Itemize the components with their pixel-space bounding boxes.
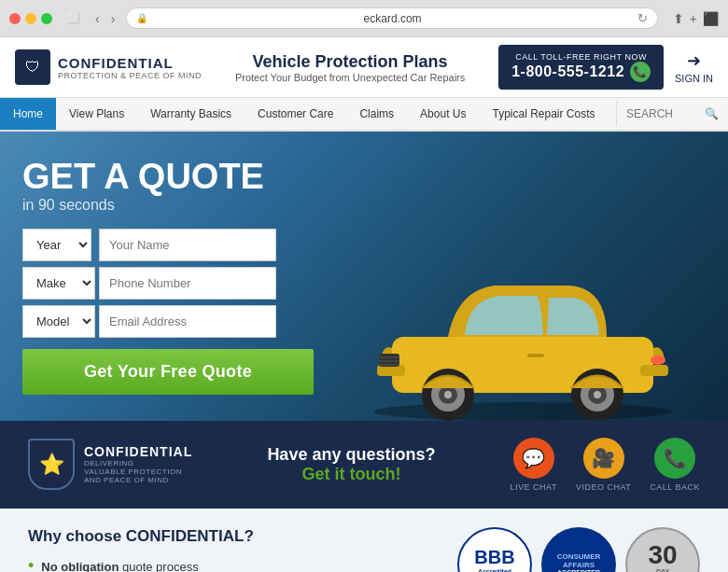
logo-text: CONFIDENTIAL protection & peace of mind (58, 55, 202, 80)
why-list: • No obligation quote process • Determin… (28, 557, 429, 572)
new-tab-button[interactable]: + (690, 11, 697, 26)
site-header: 🛡 CONFIDENTIAL protection & peace of min… (0, 37, 728, 98)
video-chat-method[interactable]: 🎥 VIDEO CHAT (576, 438, 631, 492)
model-select[interactable]: Model (22, 305, 95, 338)
why-title: Why choose CONFIDENTIAL? (28, 527, 429, 546)
nav-claims[interactable]: Claims (346, 98, 407, 130)
why-item-1: • No obligation quote process (28, 557, 429, 572)
reload-icon[interactable]: ↻ (637, 11, 648, 25)
logo-area: 🛡 CONFIDENTIAL protection & peace of min… (15, 49, 202, 85)
year-select[interactable]: Year (22, 229, 91, 261)
logo-name: CONFIDENTIAL (58, 55, 202, 71)
browser-actions: ⬆ + ⬛ (673, 11, 719, 26)
why-badges: BBB AccreditedBusiness CONSUMERAFFAIRS A… (457, 527, 700, 572)
contact-logo-line3: AND PEACE OF MIND (84, 476, 192, 484)
why-section: Why choose CONFIDENTIAL? • No obligation… (0, 509, 728, 572)
browser-tabs: ⬜ (67, 12, 80, 24)
header-right: CALL TOLL-FREE RIGHT NOW 1-800-555-1212 … (498, 45, 713, 90)
maximize-dot[interactable] (41, 13, 52, 24)
browser-nav: ‹ › (91, 9, 119, 28)
hero-content: GET A QUOTE in 90 seconds Year Make Mode… (0, 132, 336, 421)
signin-button[interactable]: ➜ SIGN IN (675, 50, 713, 84)
thirty-day-badge: 30 DAY MONEY BACKGUARANTEED (625, 527, 700, 572)
live-chat-icon: 💬 (513, 438, 554, 479)
nav-about-us[interactable]: About Us (407, 98, 479, 130)
why-item-1-text: No obligation quote process (41, 560, 198, 572)
svg-point-5 (651, 356, 665, 365)
bbb-sub-text: AccreditedBusiness (478, 568, 511, 572)
lock-icon: 🔒 (136, 13, 147, 23)
nav-typical-repair-costs[interactable]: Typical Repair Costs (479, 98, 608, 130)
nav-home[interactable]: Home (0, 98, 56, 130)
thirty-day-number: 30 (648, 542, 677, 568)
contact-logo-line2: VALUABLE PROTECTION (84, 467, 192, 476)
form-selects: Year Make Model (22, 229, 95, 338)
bbb-badge: BBB AccreditedBusiness (457, 527, 532, 572)
back-button[interactable]: ‹ (91, 9, 104, 28)
nav-warranty-basics[interactable]: Warranty Basics (137, 98, 245, 130)
search-input[interactable] (626, 107, 701, 120)
nav-view-plans[interactable]: View Plans (56, 98, 137, 130)
car-svg (364, 216, 681, 421)
contact-logo-name: CONFIDENTIAL (84, 444, 192, 459)
contact-bar: ⭐ CONFIDENTIAL DELIVERING VALUABLE PROTE… (0, 421, 728, 509)
call-back-icon: 📞 (654, 438, 695, 479)
sidebar-button[interactable]: ⬛ (703, 11, 719, 26)
minimize-dot[interactable] (25, 13, 36, 24)
signin-arrow-icon: ➜ (687, 50, 701, 71)
quote-form: Year Make Model Get Your Free Quote (22, 229, 314, 395)
svg-rect-6 (527, 354, 544, 357)
call-back-method[interactable]: 📞 CALL BACK (650, 438, 700, 492)
email-input[interactable] (99, 305, 276, 338)
thirty-day-label: DAY (656, 568, 669, 572)
nav-customer-care[interactable]: Customer Care (245, 98, 346, 130)
phone-number-text: 1-800-555-1212 (511, 63, 624, 80)
share-button[interactable]: ⬆ (673, 11, 684, 26)
svg-point-14 (594, 391, 601, 398)
ca-top-text: CONSUMERAFFAIRS (557, 552, 601, 569)
header-center: Vehicle Protection Plans Protect Your Bu… (235, 52, 465, 83)
contact-cta-text: Get it touch! (267, 465, 435, 484)
contact-question: Have any questions? (267, 445, 435, 465)
get-quote-button[interactable]: Get Your Free Quote (22, 349, 314, 395)
form-main-row: Year Make Model (22, 229, 314, 338)
contact-logo-text: CONFIDENTIAL DELIVERING VALUABLE PROTECT… (84, 444, 192, 484)
video-chat-label: VIDEO CHAT (576, 482, 631, 492)
call-box[interactable]: CALL TOLL-FREE RIGHT NOW 1-800-555-1212 … (498, 45, 664, 90)
url-text: eckard.com (151, 12, 633, 25)
close-dot[interactable] (9, 13, 21, 24)
tab-icon: ⬜ (67, 12, 80, 24)
call-label: CALL TOLL-FREE RIGHT NOW (511, 52, 651, 62)
phone-icon: 📞 (630, 62, 651, 82)
phone-number: 1-800-555-1212 📞 (511, 62, 651, 82)
signin-label: SIGN IN (675, 73, 713, 84)
logo-shield-icon: 🛡 (15, 49, 50, 85)
svg-point-0 (373, 402, 672, 421)
hero-car-image (355, 188, 691, 421)
make-select[interactable]: Make (22, 267, 95, 300)
search-icon[interactable]: 🔍 (705, 107, 719, 120)
name-input[interactable] (99, 229, 276, 261)
forward-button[interactable]: › (107, 9, 119, 28)
nav-search-bar[interactable]: 🔍 (616, 102, 728, 126)
svg-point-10 (444, 391, 452, 398)
logo-sub: protection & peace of mind (58, 71, 202, 80)
why-text: Why choose CONFIDENTIAL? • No obligation… (28, 527, 429, 572)
browser-chrome: ⬜ ‹ › 🔒 eckard.com ↻ ⬆ + ⬛ (0, 0, 728, 37)
bbb-main-text: BBB (474, 547, 514, 568)
contact-methods: 💬 LIVE CHAT 🎥 VIDEO CHAT 📞 CALL BACK (511, 438, 700, 492)
svg-rect-3 (640, 365, 668, 376)
browser-dots (9, 13, 52, 24)
live-chat-method[interactable]: 💬 LIVE CHAT (511, 438, 557, 492)
contact-logo-line1: DELIVERING (84, 459, 192, 467)
consumer-affairs-badge: CONSUMERAFFAIRS ACCREDITED (541, 527, 616, 572)
site-nav: Home View Plans Warranty Basics Customer… (0, 98, 728, 132)
phone-input[interactable] (99, 267, 276, 300)
hero-subtitle: in 90 seconds (22, 197, 314, 214)
bullet-1: • (28, 557, 34, 572)
live-chat-label: LIVE CHAT (511, 482, 557, 492)
video-chat-icon: 🎥 (583, 438, 624, 479)
url-bar[interactable]: 🔒 eckard.com ↻ (126, 7, 657, 29)
contact-logo: ⭐ CONFIDENTIAL DELIVERING VALUABLE PROTE… (28, 439, 192, 490)
call-back-label: CALL BACK (650, 482, 700, 492)
